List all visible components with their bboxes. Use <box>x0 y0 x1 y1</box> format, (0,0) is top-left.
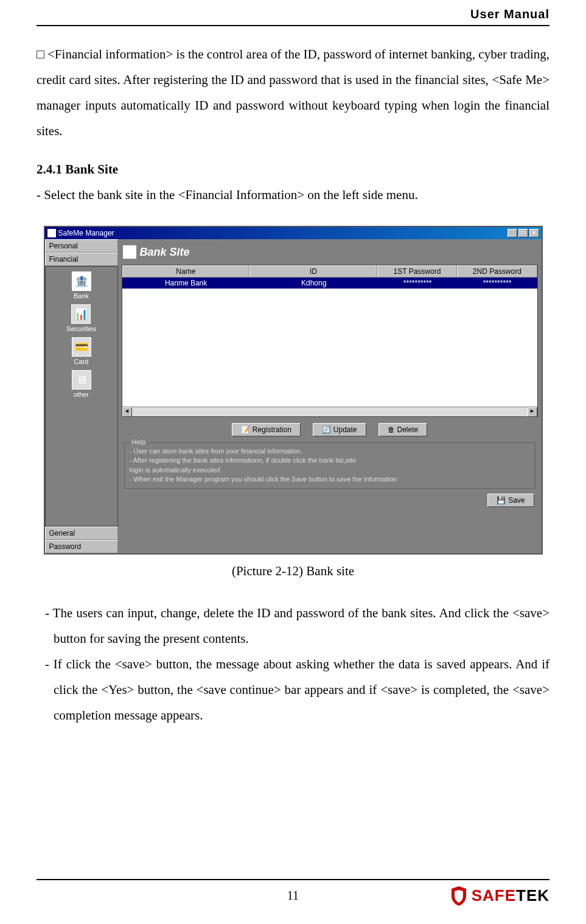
sidebar-tab-password[interactable]: Password <box>45 540 118 553</box>
delete-button[interactable]: 🗑 Delete <box>378 423 428 436</box>
sidebar-item-securities[interactable]: 📊 Securities <box>66 304 96 332</box>
sidebar-label-bank: Bank <box>74 292 89 299</box>
cell-p1: ********** <box>378 278 458 289</box>
panel-title-row: Bank Site <box>122 243 538 265</box>
card-icon: 💳 <box>72 337 91 357</box>
window-controls: _ □ × <box>508 229 539 237</box>
table-row[interactable]: Hanme Bank Kdhong ********** ********** <box>122 278 537 289</box>
col-id[interactable]: ID <box>249 265 377 278</box>
save-label: Save <box>508 496 525 505</box>
col-2nd-password[interactable]: 2ND Password <box>457 265 537 278</box>
other-icon: 🖥 <box>72 370 91 390</box>
main-panel: Bank Site Name ID 1ST Password 2ND Passw… <box>118 239 542 553</box>
titlebar[interactable]: SafeMe Manager _ □ × <box>45 227 542 239</box>
help-line-3: login is automatically executed <box>130 466 530 475</box>
after-p1: - The users can input, change, delete th… <box>37 600 549 651</box>
bank-table: Name ID 1ST Password 2ND Password Hanme … <box>122 265 538 417</box>
help-line-2: - After registering the bank sites infor… <box>130 456 530 465</box>
panel-title-icon <box>123 245 136 259</box>
col-name[interactable]: Name <box>122 265 250 278</box>
app-body: Personal Financial 🏦 Bank 📊 Securities 💳… <box>45 239 542 553</box>
table-header: Name ID 1ST Password 2ND Password <box>122 265 537 278</box>
col-1st-password[interactable]: 1ST Password <box>377 265 457 278</box>
sidebar-label-securities: Securities <box>66 325 96 332</box>
sidebar-label-other: other <box>74 391 89 398</box>
sidebar-tab-financial[interactable]: Financial <box>45 253 118 266</box>
action-buttons-row: 📝 Registration 🔄 Update 🗑 Delete <box>122 417 538 443</box>
minimize-button[interactable]: _ <box>508 229 517 237</box>
footer-logo: SAFETEK <box>450 885 549 907</box>
help-line-4: - When exit the Manager program you shou… <box>130 475 530 484</box>
registration-icon: 📝 <box>241 425 250 434</box>
save-row: 💾 Save <box>122 489 538 507</box>
delete-label: Delete <box>397 425 419 434</box>
scroll-right-icon[interactable]: ► <box>528 407 537 417</box>
figure-caption: (Picture 2-12) Bank site <box>37 564 549 579</box>
section-title: 2.4.1 Bank Site <box>37 162 549 177</box>
scroll-track[interactable] <box>132 407 528 416</box>
h-scrollbar[interactable]: ◄ ► <box>122 407 537 416</box>
section-instruction: - Select the bank site in the <Financial… <box>37 182 549 208</box>
cell-id: Kdhong <box>250 278 378 289</box>
page-header: User Manual <box>37 0 549 26</box>
help-line-1: - User can store bank sites from your fi… <box>130 447 530 456</box>
page-footer: 11 SAFETEK <box>37 879 549 903</box>
sidebar-tab-personal[interactable]: Personal <box>45 239 118 253</box>
page-number: 11 <box>287 889 299 903</box>
help-box: Help - User can store bank sites from yo… <box>124 443 535 489</box>
logo-text: SAFETEK <box>472 886 549 905</box>
panel-title-text: Bank Site <box>140 246 190 259</box>
sidebar-item-bank[interactable]: 🏦 Bank <box>72 271 91 299</box>
app-window: SafeMe Manager _ □ × Personal Financial … <box>44 226 543 555</box>
update-icon: 🔄 <box>322 425 331 434</box>
securities-icon: 📊 <box>71 304 91 324</box>
registration-button[interactable]: 📝 Registration <box>232 423 301 436</box>
cell-p2: ********** <box>458 278 537 289</box>
sidebar-item-card[interactable]: 💳 Card <box>72 337 91 365</box>
sidebar-icons-panel: 🏦 Bank 📊 Securities 💳 Card 🖥 other <box>45 266 118 527</box>
sidebar-tab-general[interactable]: General <box>45 527 118 540</box>
shield-icon <box>450 885 468 907</box>
update-label: Update <box>333 425 357 434</box>
update-button[interactable]: 🔄 Update <box>313 423 366 436</box>
logo-text-a: SAFE <box>472 886 516 905</box>
scroll-left-icon[interactable]: ◄ <box>122 407 132 417</box>
content-area: □ <Financial information> is the control… <box>37 26 549 728</box>
registration-label: Registration <box>253 425 291 434</box>
app-icon <box>47 229 56 237</box>
window-title: SafeMe Manager <box>58 229 114 237</box>
header-title: User Manual <box>470 7 549 21</box>
delete-icon: 🗑 <box>388 425 395 434</box>
bank-icon: 🏦 <box>72 271 91 291</box>
save-button[interactable]: 💾 Save <box>487 494 534 507</box>
intro-paragraph: □ <Financial information> is the control… <box>37 41 549 144</box>
after-p2: - If click the <save> button, the messag… <box>37 651 549 728</box>
sidebar-item-other[interactable]: 🖥 other <box>72 370 91 398</box>
logo-text-b: TEK <box>516 886 549 905</box>
sidebar-label-card: Card <box>74 358 89 365</box>
save-icon: 💾 <box>497 496 506 505</box>
sidebar: Personal Financial 🏦 Bank 📊 Securities 💳… <box>45 239 118 553</box>
help-legend: Help <box>130 438 148 446</box>
close-button[interactable]: × <box>529 229 539 237</box>
maximize-button[interactable]: □ <box>518 229 528 237</box>
cell-name: Hanme Bank <box>122 278 250 289</box>
